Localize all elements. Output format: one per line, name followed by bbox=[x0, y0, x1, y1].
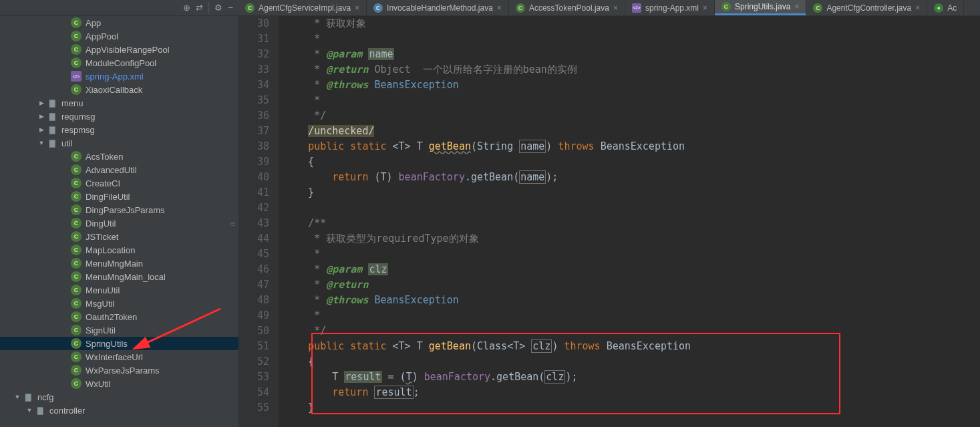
chevron-icon[interactable]: ▶ bbox=[36, 113, 47, 120]
tree-item-ncfg[interactable]: ▼▇ncfg bbox=[0, 390, 238, 404]
tree-item-wxutil[interactable]: CWxUtil bbox=[0, 377, 238, 390]
tree-item-appvisiblerangepool[interactable]: CAppVisibleRangePool bbox=[0, 43, 238, 56]
project-tree[interactable]: CAppCAppPoolCAppVisibleRangePoolCModuleC… bbox=[0, 16, 238, 427]
locate-icon[interactable]: ⊕ bbox=[183, 3, 190, 13]
code-line[interactable]: public static <T> T getBean(Class<T> clz… bbox=[284, 339, 980, 354]
code-line[interactable]: * 获取类型为requiredType的对象 bbox=[284, 231, 980, 247]
tree-item-acstoken[interactable]: CAcsToken bbox=[0, 150, 238, 163]
code-line[interactable]: * @throws BeansException bbox=[284, 293, 980, 308]
code-line[interactable]: * bbox=[284, 93, 980, 108]
tree-item-msgutil[interactable]: CMsgUtil bbox=[0, 297, 238, 310]
code-line[interactable]: T result = (T) beanFactory.getBean(clz); bbox=[284, 370, 980, 385]
tree-item-menumngmain_local[interactable]: CMenuMngMain_local bbox=[0, 270, 238, 283]
chevron-icon[interactable]: ▼ bbox=[12, 394, 23, 400]
tree-item-apppool[interactable]: CAppPool bbox=[0, 29, 238, 43]
code-line[interactable]: public static <T> T getBean(String name)… bbox=[284, 139, 980, 154]
tab-springutils-java[interactable]: CSpringUtils.java× bbox=[715, 0, 806, 15]
code-line[interactable]: * bbox=[284, 247, 980, 262]
close-icon[interactable]: × bbox=[794, 2, 799, 11]
code-line[interactable]: */ bbox=[284, 108, 980, 124]
tree-item-app[interactable]: CApp bbox=[0, 16, 238, 29]
minimize-icon[interactable]: − bbox=[228, 3, 233, 13]
tree-label: ModuleConfigPool bbox=[86, 58, 156, 68]
tree-item-moduleconfigpool[interactable]: CModuleConfigPool bbox=[0, 56, 238, 69]
tree-label: ncfg bbox=[37, 392, 54, 402]
file-icon: C bbox=[71, 311, 81, 322]
code-line[interactable]: * @return bbox=[284, 277, 980, 293]
file-icon: C bbox=[721, 2, 731, 11]
line-number: 31 bbox=[238, 31, 269, 47]
fold-icon[interactable]: ⊟ bbox=[230, 216, 234, 231]
tree-item-dingfileutil[interactable]: CDingFileUtil bbox=[0, 190, 238, 203]
code-line[interactable]: } bbox=[284, 400, 980, 416]
code-line[interactable]: * @return Object 一个以所给名字注册的bean的实例 bbox=[284, 62, 980, 78]
tree-item-dingparsejsparams[interactable]: CDingParseJsParams bbox=[0, 203, 238, 217]
tab-agentcfgcontroller-java[interactable]: CAgentCfgController.java× bbox=[806, 0, 927, 15]
ide-root: ⊕ ⇄ ⚙ − CAgentCfgServiceImpl.java×CInvoc… bbox=[0, 0, 980, 427]
tab-accesstokenpool-java[interactable]: CAccessTokenPool.java× bbox=[509, 0, 625, 15]
line-number: 42 bbox=[238, 200, 269, 216]
code-editor[interactable]: 3031323334353637383940414243⊟44454647484… bbox=[238, 16, 980, 427]
code-line[interactable]: /** bbox=[284, 216, 980, 231]
code-line[interactable]: { bbox=[284, 154, 980, 170]
tree-item-signutil[interactable]: CSignUtil bbox=[0, 323, 238, 337]
close-icon[interactable]: × bbox=[915, 3, 920, 13]
tree-label: MenuMngMain_local bbox=[86, 272, 166, 282]
tree-item-controller[interactable]: ▼▇controller bbox=[0, 404, 238, 417]
chevron-icon[interactable]: ▶ bbox=[36, 100, 47, 106]
tree-item-requmsg[interactable]: ▶▇requmsg bbox=[0, 110, 238, 123]
close-icon[interactable]: × bbox=[703, 3, 707, 13]
tree-item-createci[interactable]: CCreateCI bbox=[0, 176, 238, 190]
tree-item-menumngmain[interactable]: CMenuMngMain bbox=[0, 257, 238, 270]
tree-item-spring-app-xml[interactable]: </>spring-App.xml bbox=[0, 69, 238, 83]
tree-item-dingutil[interactable]: CDingUtil bbox=[0, 217, 238, 230]
file-icon: C bbox=[71, 218, 81, 229]
code-line[interactable]: return result; bbox=[284, 385, 980, 400]
file-icon: C bbox=[71, 151, 81, 162]
close-icon[interactable]: × bbox=[613, 3, 618, 13]
folder-icon: ▇ bbox=[47, 138, 57, 148]
tab-invocablehandlermethod-java[interactable]: CInvocableHandlerMethod.java× bbox=[367, 0, 509, 15]
tree-item-menuutil[interactable]: CMenuUtil bbox=[0, 283, 238, 297]
gear-icon[interactable]: ⚙ bbox=[214, 3, 222, 13]
code-line[interactable]: * @param name bbox=[284, 47, 980, 62]
code-line[interactable]: * @throws BeansException bbox=[284, 78, 980, 93]
code-area[interactable]: * 获取对象 * * @param name * @return Object … bbox=[279, 16, 980, 427]
tree-item-advancedutil[interactable]: CAdvancedUtil bbox=[0, 163, 238, 176]
code-line[interactable] bbox=[284, 200, 980, 216]
tab-agentcfgserviceimpl-java[interactable]: CAgentCfgServiceImpl.java× bbox=[238, 0, 367, 15]
chevron-icon[interactable]: ▼ bbox=[24, 407, 35, 414]
code-line[interactable]: { bbox=[284, 354, 980, 370]
tree-item-maplocation[interactable]: CMapLocation bbox=[0, 243, 238, 257]
tree-item-respmsg[interactable]: ▶▇respmsg bbox=[0, 123, 238, 136]
chevron-icon[interactable]: ▶ bbox=[36, 126, 47, 133]
tree-item-menu[interactable]: ▶▇menu bbox=[0, 96, 238, 110]
tree-item-springutils[interactable]: CSpringUtils bbox=[0, 337, 238, 350]
tab-spring-app-xml[interactable]: </>spring-App.xml× bbox=[625, 0, 715, 15]
close-icon[interactable]: × bbox=[497, 3, 502, 13]
tab-ac[interactable]: ●Ac bbox=[927, 0, 964, 15]
tree-item-wxparsejsparams[interactable]: CWxParseJsParams bbox=[0, 364, 238, 377]
tree-item-wxinterfaceurl[interactable]: CWxInterfaceUrl bbox=[0, 350, 238, 364]
line-number: 52 bbox=[238, 354, 269, 370]
chevron-icon[interactable]: ▼ bbox=[36, 140, 47, 146]
code-line[interactable]: /unchecked/ bbox=[284, 124, 980, 139]
collapse-icon[interactable]: ⇄ bbox=[196, 3, 203, 13]
folder-icon: ▇ bbox=[23, 392, 33, 402]
tree-item-jsticket[interactable]: CJSTicket bbox=[0, 230, 238, 243]
file-icon: C bbox=[71, 271, 81, 282]
tree-item-xiaoxicallback[interactable]: CXiaoxiCallback bbox=[0, 83, 238, 96]
code-line[interactable]: */ bbox=[284, 323, 980, 339]
file-icon: C bbox=[71, 298, 81, 309]
tree-item-oauth2token[interactable]: COauth2Token bbox=[0, 310, 238, 323]
code-line[interactable]: } bbox=[284, 185, 980, 200]
code-line[interactable]: * 获取对象 bbox=[284, 16, 980, 31]
close-icon[interactable]: × bbox=[355, 3, 359, 13]
code-line[interactable]: * bbox=[284, 31, 980, 47]
code-line[interactable]: * bbox=[284, 308, 980, 323]
file-icon: C bbox=[373, 3, 383, 13]
tree-label: Oauth2Token bbox=[86, 312, 137, 322]
tree-item-util[interactable]: ▼▇util bbox=[0, 136, 238, 150]
code-line[interactable]: return (T) beanFactory.getBean(name); bbox=[284, 170, 980, 185]
code-line[interactable]: * @param clz bbox=[284, 262, 980, 277]
